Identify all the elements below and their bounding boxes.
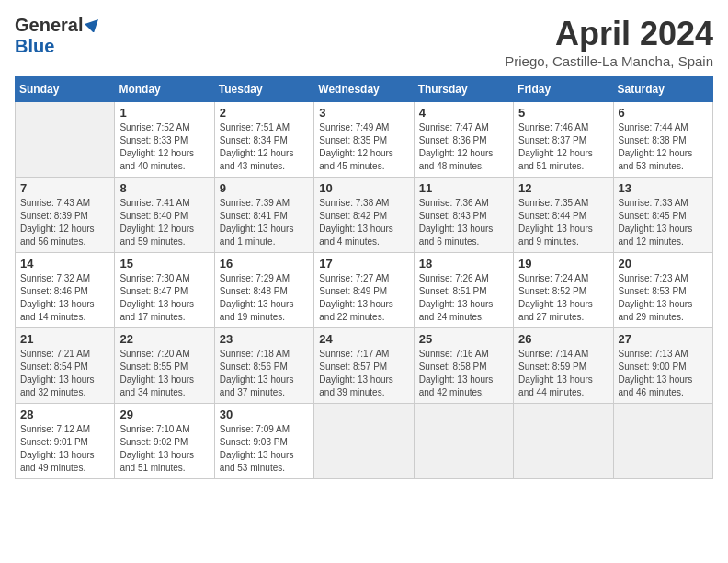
svg-marker-0	[85, 16, 102, 32]
day-number: 7	[20, 181, 109, 195]
calendar-week-row: 28Sunrise: 7:12 AM Sunset: 9:01 PM Dayli…	[16, 404, 713, 479]
day-header-wednesday: Wednesday	[314, 77, 414, 102]
page-header: General Blue April 2024 Priego, Castille…	[15, 15, 713, 69]
calendar-cell: 7Sunrise: 7:43 AM Sunset: 8:39 PM Daylig…	[16, 178, 115, 253]
calendar-cell: 14Sunrise: 7:32 AM Sunset: 8:46 PM Dayli…	[16, 253, 115, 328]
day-number: 26	[518, 332, 608, 346]
day-info: Sunrise: 7:47 AM Sunset: 8:36 PM Dayligh…	[419, 121, 508, 173]
calendar-cell: 17Sunrise: 7:27 AM Sunset: 8:49 PM Dayli…	[314, 253, 414, 328]
location-subtitle: Priego, Castille-La Mancha, Spain	[505, 53, 713, 69]
day-number: 6	[619, 106, 708, 120]
day-info: Sunrise: 7:52 AM Sunset: 8:33 PM Dayligh…	[119, 121, 209, 173]
day-info: Sunrise: 7:30 AM Sunset: 8:47 PM Dayligh…	[119, 272, 209, 324]
day-number: 24	[319, 332, 408, 346]
day-number: 2	[220, 106, 309, 120]
day-number: 14	[20, 257, 109, 270]
day-info: Sunrise: 7:27 AM Sunset: 8:49 PM Dayligh…	[319, 272, 408, 324]
calendar-cell: 12Sunrise: 7:35 AM Sunset: 8:44 PM Dayli…	[514, 178, 613, 253]
day-number: 5	[518, 106, 608, 120]
calendar-cell: 3Sunrise: 7:49 AM Sunset: 8:35 PM Daylig…	[314, 102, 414, 178]
day-number: 16	[220, 257, 309, 270]
day-number: 18	[419, 257, 508, 270]
day-header-sunday: Sunday	[16, 77, 115, 102]
month-title: April 2024	[505, 15, 713, 53]
day-info: Sunrise: 7:26 AM Sunset: 8:51 PM Dayligh…	[419, 272, 508, 324]
calendar-cell: 2Sunrise: 7:51 AM Sunset: 8:34 PM Daylig…	[214, 102, 313, 178]
day-number: 11	[419, 181, 508, 195]
calendar-cell: 13Sunrise: 7:33 AM Sunset: 8:45 PM Dayli…	[613, 178, 712, 253]
day-number: 23	[220, 332, 309, 346]
calendar-cell: 23Sunrise: 7:18 AM Sunset: 8:56 PM Dayli…	[214, 328, 313, 404]
calendar-cell: 26Sunrise: 7:14 AM Sunset: 8:59 PM Dayli…	[514, 328, 613, 404]
calendar-week-row: 14Sunrise: 7:32 AM Sunset: 8:46 PM Dayli…	[16, 253, 713, 328]
day-info: Sunrise: 7:44 AM Sunset: 8:38 PM Dayligh…	[619, 121, 708, 173]
day-number: 10	[319, 181, 408, 195]
day-header-friday: Friday	[514, 77, 613, 102]
day-number: 25	[419, 332, 508, 346]
calendar-week-row: 1Sunrise: 7:52 AM Sunset: 8:33 PM Daylig…	[16, 102, 713, 178]
day-number: 3	[319, 106, 408, 120]
calendar-cell: 28Sunrise: 7:12 AM Sunset: 9:01 PM Dayli…	[16, 404, 115, 479]
day-info: Sunrise: 7:18 AM Sunset: 8:56 PM Dayligh…	[220, 348, 309, 399]
day-number: 4	[419, 106, 508, 120]
day-info: Sunrise: 7:09 AM Sunset: 9:03 PM Dayligh…	[220, 423, 309, 475]
calendar-cell: 8Sunrise: 7:41 AM Sunset: 8:40 PM Daylig…	[115, 178, 214, 253]
day-number: 17	[319, 257, 408, 270]
day-number: 30	[220, 408, 309, 421]
calendar-cell: 5Sunrise: 7:46 AM Sunset: 8:37 PM Daylig…	[514, 102, 613, 178]
calendar-cell: 16Sunrise: 7:29 AM Sunset: 8:48 PM Dayli…	[214, 253, 313, 328]
calendar-cell	[613, 404, 712, 479]
day-header-tuesday: Tuesday	[214, 77, 313, 102]
day-number: 9	[220, 181, 309, 195]
day-header-monday: Monday	[115, 77, 214, 102]
day-number: 28	[20, 408, 109, 421]
day-number: 8	[119, 181, 209, 195]
day-info: Sunrise: 7:39 AM Sunset: 8:41 PM Dayligh…	[220, 197, 309, 248]
calendar-cell: 29Sunrise: 7:10 AM Sunset: 9:02 PM Dayli…	[115, 404, 214, 479]
day-info: Sunrise: 7:38 AM Sunset: 8:42 PM Dayligh…	[319, 197, 408, 248]
calendar-week-row: 21Sunrise: 7:21 AM Sunset: 8:54 PM Dayli…	[16, 328, 713, 404]
day-number: 27	[619, 332, 708, 346]
logo: General Blue	[15, 15, 102, 57]
day-info: Sunrise: 7:36 AM Sunset: 8:43 PM Dayligh…	[419, 197, 508, 248]
day-info: Sunrise: 7:20 AM Sunset: 8:55 PM Dayligh…	[119, 348, 209, 399]
day-number: 22	[119, 332, 209, 346]
calendar-cell: 10Sunrise: 7:38 AM Sunset: 8:42 PM Dayli…	[314, 178, 414, 253]
calendar-cell: 27Sunrise: 7:13 AM Sunset: 9:00 PM Dayli…	[613, 328, 712, 404]
day-info: Sunrise: 7:23 AM Sunset: 8:53 PM Dayligh…	[619, 272, 708, 324]
day-info: Sunrise: 7:46 AM Sunset: 8:37 PM Dayligh…	[518, 121, 608, 173]
logo-arrow-icon	[85, 16, 102, 36]
logo-blue-text: Blue	[15, 36, 54, 56]
day-info: Sunrise: 7:10 AM Sunset: 9:02 PM Dayligh…	[119, 423, 209, 475]
day-info: Sunrise: 7:29 AM Sunset: 8:48 PM Dayligh…	[220, 272, 309, 324]
day-info: Sunrise: 7:32 AM Sunset: 8:46 PM Dayligh…	[20, 272, 109, 324]
calendar-cell	[514, 404, 613, 479]
day-info: Sunrise: 7:14 AM Sunset: 8:59 PM Dayligh…	[518, 348, 608, 399]
calendar-cell: 19Sunrise: 7:24 AM Sunset: 8:52 PM Dayli…	[514, 253, 613, 328]
calendar-cell: 1Sunrise: 7:52 AM Sunset: 8:33 PM Daylig…	[115, 102, 214, 178]
calendar-cell: 11Sunrise: 7:36 AM Sunset: 8:43 PM Dayli…	[414, 178, 513, 253]
day-info: Sunrise: 7:35 AM Sunset: 8:44 PM Dayligh…	[518, 197, 608, 248]
calendar-cell: 30Sunrise: 7:09 AM Sunset: 9:03 PM Dayli…	[214, 404, 313, 479]
day-info: Sunrise: 7:33 AM Sunset: 8:45 PM Dayligh…	[619, 197, 708, 248]
calendar-header-row: SundayMondayTuesdayWednesdayThursdayFrid…	[16, 77, 713, 102]
day-number: 19	[518, 257, 608, 270]
calendar-cell: 4Sunrise: 7:47 AM Sunset: 8:36 PM Daylig…	[414, 102, 513, 178]
day-header-saturday: Saturday	[613, 77, 712, 102]
day-number: 1	[119, 106, 209, 120]
day-number: 29	[119, 408, 209, 421]
day-info: Sunrise: 7:21 AM Sunset: 8:54 PM Dayligh…	[20, 348, 109, 399]
title-block: April 2024 Priego, Castille-La Mancha, S…	[505, 15, 713, 69]
day-number: 21	[20, 332, 109, 346]
calendar-cell: 6Sunrise: 7:44 AM Sunset: 8:38 PM Daylig…	[613, 102, 712, 178]
calendar-cell: 15Sunrise: 7:30 AM Sunset: 8:47 PM Dayli…	[115, 253, 214, 328]
day-info: Sunrise: 7:16 AM Sunset: 8:58 PM Dayligh…	[419, 348, 508, 399]
calendar-cell: 21Sunrise: 7:21 AM Sunset: 8:54 PM Dayli…	[16, 328, 115, 404]
day-info: Sunrise: 7:12 AM Sunset: 9:01 PM Dayligh…	[20, 423, 109, 475]
calendar-cell: 25Sunrise: 7:16 AM Sunset: 8:58 PM Dayli…	[414, 328, 513, 404]
day-info: Sunrise: 7:43 AM Sunset: 8:39 PM Dayligh…	[20, 197, 109, 248]
calendar-cell: 24Sunrise: 7:17 AM Sunset: 8:57 PM Dayli…	[314, 328, 414, 404]
logo-general-text: General	[15, 15, 83, 36]
calendar-table: SundayMondayTuesdayWednesdayThursdayFrid…	[15, 76, 713, 479]
day-number: 15	[119, 257, 209, 270]
